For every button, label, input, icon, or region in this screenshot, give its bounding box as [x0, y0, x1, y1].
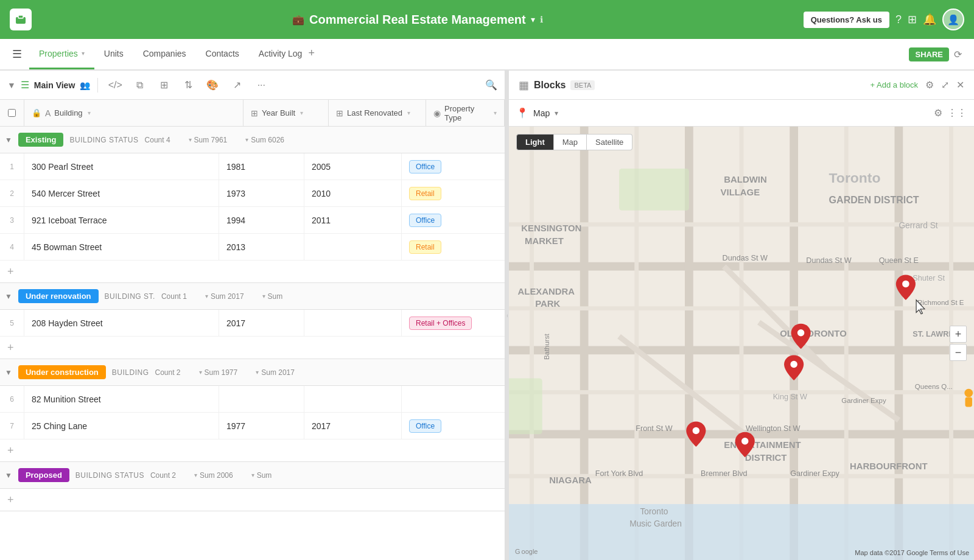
- group-chevron-under-renovation[interactable]: ▼: [5, 292, 12, 301]
- share-history-icon[interactable]: ⟳: [954, 49, 962, 60]
- year-built-col-dropdown-icon[interactable]: ▾: [300, 110, 303, 116]
- map-attribution: Map data ©2017 Google Terms of Use: [855, 549, 969, 556]
- table-row[interactable]: 6 82 Munition Street: [0, 386, 505, 413]
- tab-plus-icon[interactable]: +: [308, 47, 315, 60]
- help-icon[interactable]: ?: [895, 13, 902, 26]
- hamburger-button[interactable]: ☰: [5, 39, 29, 69]
- svg-rect-23: [509, 378, 542, 434]
- search-button[interactable]: 🔍: [485, 79, 497, 91]
- table-row[interactable]: 3 921 Iceboat Terrace 1994 2011 Office: [0, 207, 505, 234]
- svg-text:BALDWIN: BALDWIN: [724, 174, 766, 184]
- row-number: 7: [0, 413, 24, 439]
- map-more-icon[interactable]: ⋮⋮: [947, 107, 967, 119]
- group-header-under-construction: ▼ Under construction BUILDING Count 2 ▾ …: [0, 359, 505, 386]
- plus-icon: +: [7, 444, 14, 457]
- view-name[interactable]: Main View: [34, 80, 75, 90]
- more-button[interactable]: ···: [251, 75, 271, 95]
- streetview-figure[interactable]: [964, 389, 973, 407]
- table-row[interactable]: 4 45 Bowman Street 2013 Retail: [0, 234, 505, 261]
- group-badge-under-renovation: Under renovation: [18, 289, 99, 303]
- table-toolbar: ▼ ☰ Main View 👥 </> ⧉ ⊞ ⇅ 🎨 ↗ ··· 🔍: [0, 71, 505, 100]
- top-nav-center: 💼 Commercial Real Estate Management ▾ ℹ: [39, 13, 796, 27]
- row-property-type: [402, 386, 505, 412]
- blocks-beta-badge: BETA: [570, 80, 595, 90]
- year-built-column-header[interactable]: ⊞ Year Built ▾: [244, 100, 329, 126]
- add-row-button-under-construction[interactable]: +: [0, 439, 505, 461]
- map-settings-icon[interactable]: ⚙: [934, 107, 942, 119]
- group-chevron-proposed[interactable]: ▼: [5, 471, 12, 480]
- svg-point-57: [797, 329, 804, 336]
- table-row[interactable]: 1 300 Pearl Street 1981 2005 Office: [0, 153, 505, 180]
- title-dropdown-icon[interactable]: ▾: [531, 15, 535, 24]
- tab-units-label: Units: [104, 49, 124, 58]
- blocks-header: ▦ Blocks BETA + Add a block ⚙ ⤢ ✕: [509, 71, 974, 100]
- tab-contacts[interactable]: Contacts: [196, 39, 249, 69]
- row-property-type: Retail + Offices: [402, 310, 505, 336]
- svg-text:Toronto: Toronto: [640, 507, 668, 516]
- zoom-out-button[interactable]: −: [950, 344, 967, 361]
- row-number: 6: [0, 386, 24, 412]
- filter-button[interactable]: ⧉: [130, 75, 149, 95]
- tab-companies[interactable]: Companies: [133, 39, 196, 69]
- map-tab-satellite[interactable]: Satellite: [587, 134, 632, 150]
- tab-properties-dropdown-icon: ▾: [82, 50, 85, 57]
- bell-icon[interactable]: 🔔: [923, 13, 936, 26]
- color-button[interactable]: 🎨: [203, 75, 222, 95]
- group-chevron-existing[interactable]: ▼: [5, 136, 12, 144]
- tab-activity-log[interactable]: Activity Log +: [249, 39, 324, 69]
- add-block-button[interactable]: + Add a block: [871, 80, 918, 89]
- property-type-col-dropdown-icon[interactable]: ▾: [494, 110, 497, 116]
- blocks-close-icon[interactable]: ✕: [956, 79, 964, 91]
- svg-text:Wellington St W: Wellington St W: [746, 424, 801, 433]
- grid-icon[interactable]: ⊞: [908, 13, 917, 26]
- zoom-in-button[interactable]: +: [950, 326, 967, 343]
- blocks-settings-icon[interactable]: ⚙: [925, 79, 934, 91]
- add-row-button-proposed[interactable]: +: [0, 489, 505, 511]
- svg-rect-24: [619, 169, 689, 211]
- svg-text:Richmond St E: Richmond St E: [917, 299, 964, 306]
- group-chevron-under-construction[interactable]: ▼: [5, 368, 12, 377]
- row-building-name: 82 Munition Street: [24, 386, 219, 412]
- property-type-column-header[interactable]: ◉ Property Type ▾: [426, 100, 505, 126]
- table-row[interactable]: 5 208 Hayden Street 2017 Retail + Office…: [0, 310, 505, 337]
- tab-contacts-label: Contacts: [206, 49, 239, 58]
- group-status-label-proposed: BUILDING STATUS: [75, 471, 144, 480]
- avatar[interactable]: 👤: [942, 9, 964, 30]
- share-badge[interactable]: SHARE: [909, 47, 949, 61]
- blocks-title: Blocks: [534, 80, 566, 91]
- add-row-button-under-renovation[interactable]: +: [0, 337, 505, 359]
- title-info-icon[interactable]: ℹ: [540, 15, 543, 24]
- map-dropdown-icon[interactable]: ▾: [555, 109, 558, 117]
- add-row-button-existing[interactable]: +: [0, 261, 505, 282]
- toolbar-chevron-icon[interactable]: ▼: [7, 80, 16, 90]
- app-logo[interactable]: [10, 9, 32, 30]
- view-people-icon[interactable]: 👥: [80, 80, 90, 90]
- group-status-label-under-renovation: BUILDING ST.: [105, 292, 155, 301]
- columns-button[interactable]: ⊞: [154, 75, 173, 95]
- table-row[interactable]: 7 25 Ching Lane 1977 2017 Office: [0, 413, 505, 439]
- row-number: 1: [0, 153, 24, 180]
- lock-icon: 🔒: [32, 108, 41, 117]
- table-row[interactable]: 2 540 Mercer Street 1973 2010 Retail: [0, 180, 505, 207]
- building-col-dropdown-icon[interactable]: ▾: [88, 110, 91, 116]
- tab-units[interactable]: Units: [94, 39, 133, 69]
- group-badge-existing: Existing: [18, 133, 64, 147]
- building-column-header[interactable]: 🔒 A Building ▾: [24, 100, 244, 126]
- code-view-button[interactable]: </>: [105, 75, 125, 95]
- sort-button[interactable]: ⇅: [178, 75, 198, 95]
- export-button[interactable]: ↗: [227, 75, 247, 95]
- map-tab-light[interactable]: Light: [516, 134, 554, 150]
- questions-button[interactable]: Questions? Ask us: [804, 12, 889, 28]
- select-all-checkbox[interactable]: [8, 109, 16, 117]
- last-renovated-column-header[interactable]: ⊞ Last Renovated ▾: [329, 100, 426, 126]
- row-year-built: 2017: [219, 310, 304, 336]
- blocks-expand-icon[interactable]: ⤢: [941, 79, 949, 91]
- circle-icon: ◉: [433, 108, 441, 118]
- svg-text:Dundas St W: Dundas St W: [806, 256, 851, 265]
- tab-properties[interactable]: Properties ▾: [29, 39, 94, 69]
- last-renovated-col-dropdown-icon[interactable]: ▾: [407, 110, 410, 116]
- map-tab-map[interactable]: Map: [554, 134, 587, 150]
- left-panel: ▼ ☰ Main View 👥 </> ⧉ ⊞ ⇅ 🎨 ↗ ··· 🔍 🔒 A …: [0, 71, 505, 560]
- group-sum-renov-existing: ▾ Sum 6026: [245, 136, 284, 144]
- group-sum-year-existing: ▾ Sum 7961: [189, 136, 228, 144]
